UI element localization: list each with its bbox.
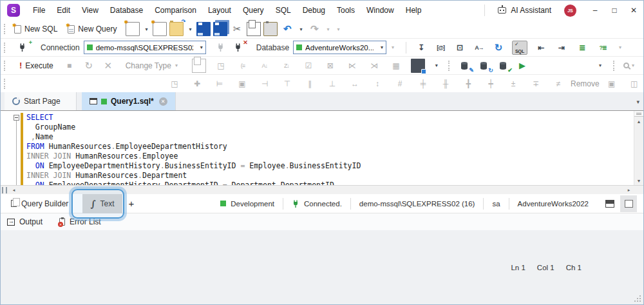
- menu-debug[interactable]: Debug: [297, 1, 331, 20]
- retrieve-data-caret[interactable]: ▾: [433, 59, 440, 73]
- scroll-right-icon[interactable]: ▸: [624, 188, 634, 193]
- open-file-caret[interactable]: ▾: [186, 22, 194, 36]
- undo-caret[interactable]: ▾: [297, 22, 305, 36]
- menu-edit[interactable]: Edit: [51, 1, 76, 20]
- scroll-up-icon[interactable]: ▲: [634, 117, 643, 126]
- user-avatar[interactable]: JS: [564, 5, 576, 17]
- tab-close-icon[interactable]: ✕: [159, 97, 167, 106]
- subquery-structure-icon[interactable]: (≡: [236, 59, 250, 73]
- align-right-icon[interactable]: ⊣: [258, 77, 272, 91]
- save-all-button[interactable]: [213, 22, 227, 36]
- navigate-rename-icon[interactable]: A→: [472, 41, 486, 55]
- tab-start-page[interactable]: Start Page: [5, 92, 77, 110]
- align-middle-icon[interactable]: ▣: [235, 77, 249, 91]
- align-bottom-icon[interactable]: ⊥: [325, 77, 339, 91]
- find-object-icon[interactable]: ⊡: [453, 41, 467, 55]
- refresh-icon[interactable]: ↻: [491, 41, 506, 55]
- paste-button[interactable]: [263, 22, 278, 36]
- clear-checks-icon[interactable]: ⊠: [323, 59, 337, 73]
- open-file-button[interactable]: [169, 22, 184, 36]
- move-to-definition-icon[interactable]: ↧: [414, 41, 428, 55]
- bind-parameters-icon[interactable]: [@]: [433, 41, 448, 55]
- scroll-down-icon[interactable]: ▼: [634, 176, 643, 185]
- menu-file[interactable]: File: [27, 1, 51, 20]
- same-height-icon[interactable]: ↕: [370, 77, 384, 91]
- cut-button[interactable]: ✂: [230, 22, 244, 36]
- format-wizard-icon[interactable]: ?≣: [596, 41, 610, 55]
- toolbar-grip[interactable]: [448, 61, 453, 71]
- change-type-caret-icon[interactable]: ▾: [175, 63, 183, 68]
- toolbar-grip[interactable]: [4, 43, 8, 53]
- menu-help[interactable]: Help: [400, 1, 428, 20]
- check-syntax-button[interactable]: ✓ SQL: [512, 41, 527, 55]
- vertical-scroll-track[interactable]: [634, 126, 643, 176]
- refresh-results-button[interactable]: ↻: [82, 59, 96, 73]
- close-button[interactable]: ✕: [624, 1, 643, 20]
- tab-query-builder[interactable]: Query Builder: [3, 194, 76, 213]
- align-top-icon[interactable]: ⊤: [280, 77, 294, 91]
- refresh-schema-button[interactable]: ↻: [477, 60, 491, 72]
- snap-grid-icon[interactable]: #: [393, 77, 407, 91]
- center-vertical-icon[interactable]: ╫: [439, 77, 453, 91]
- increase-indent-icon[interactable]: ⇥: [554, 41, 569, 55]
- reconnect-button-disabled[interactable]: [214, 42, 227, 53]
- new-connection-button[interactable]: +: [15, 42, 29, 53]
- restore-layout-icon[interactable]: ▣: [605, 77, 619, 91]
- align-left-icon[interactable]: ⊨: [213, 77, 227, 91]
- stop-button[interactable]: ■: [62, 59, 77, 73]
- resize-grip[interactable]: [639, 300, 641, 302]
- expand-objects-icon[interactable]: ◳: [167, 77, 182, 91]
- new-query-button[interactable]: New Query: [65, 23, 119, 35]
- menu-query[interactable]: Query: [237, 1, 270, 20]
- same-width-icon[interactable]: ↔: [348, 77, 362, 91]
- docked-layout-icon[interactable]: [605, 200, 614, 208]
- database-combobox[interactable]: AdventureWorks20... ▾: [293, 41, 386, 54]
- fold-collapse-icon[interactable]: [14, 115, 19, 121]
- menu-view[interactable]: View: [76, 1, 104, 20]
- remove-button[interactable]: Remove: [565, 79, 605, 88]
- connection-status-segment[interactable]: Connected.: [283, 198, 350, 210]
- space-evenly-icon[interactable]: ±: [506, 77, 520, 91]
- menu-database[interactable]: Database: [104, 1, 149, 20]
- join-left-icon[interactable]: ⋉: [345, 59, 359, 73]
- cancel-button[interactable]: ✕: [101, 59, 115, 73]
- query-profiler-button[interactable]: [621, 61, 632, 70]
- toolbar-grip[interactable]: [613, 61, 618, 71]
- redo-button[interactable]: ↷: [307, 22, 321, 36]
- grid-options-icon[interactable]: ▦: [389, 59, 403, 73]
- tab-text[interactable]: ∫ Text: [82, 194, 122, 213]
- scroll-left-icon[interactable]: ◂: [9, 188, 19, 193]
- toolbar-grip[interactable]: [4, 24, 8, 34]
- center-horizontal-icon[interactable]: ╪: [416, 77, 430, 91]
- new-document-button[interactable]: [126, 22, 140, 36]
- sort-descending-icon[interactable]: Z↓: [279, 59, 294, 73]
- new-document-caret[interactable]: ▾: [142, 22, 150, 36]
- minimize-button[interactable]: –: [585, 1, 605, 20]
- decrease-indent-icon[interactable]: ⇤: [534, 41, 548, 55]
- text-toolbar-caret[interactable]: ▾: [616, 41, 624, 55]
- join-right-icon[interactable]: ⋊: [367, 59, 381, 73]
- toolbar-grip[interactable]: [4, 61, 8, 71]
- change-type-dropdown[interactable]: Change Type: [122, 61, 175, 70]
- redo-caret[interactable]: ▾: [324, 22, 332, 36]
- vertical-scrollbar[interactable]: ▲ ▼: [634, 111, 643, 185]
- execute-button[interactable]: ! Execute: [17, 59, 56, 72]
- decrease-spacing-icon[interactable]: ≠: [551, 77, 565, 91]
- user-segment[interactable]: sa: [483, 198, 508, 210]
- save-button[interactable]: [196, 22, 211, 36]
- zoom-fit-icon[interactable]: ◳: [214, 59, 228, 73]
- center-selection-icon[interactable]: ┿: [484, 77, 498, 91]
- distribute-horizontal-icon[interactable]: ∥: [303, 77, 317, 91]
- edit-data-button[interactable]: ✎: [457, 60, 471, 72]
- center-both-icon[interactable]: ╋: [461, 77, 475, 91]
- tab-overflow-caret-icon[interactable]: ▾: [636, 99, 639, 105]
- server-segment[interactable]: demo-mssql\SQLEXPRESS02 (16): [350, 198, 484, 210]
- format-document-icon[interactable]: ≣: [575, 41, 589, 55]
- debug-caret-icon[interactable]: ▾: [599, 63, 607, 68]
- horizontal-scrollbar[interactable]: ◂ ▸: [1, 185, 643, 194]
- maximize-button[interactable]: □: [605, 1, 624, 20]
- history-caret-icon[interactable]: ▾: [392, 44, 399, 50]
- new-file-button[interactable]: [153, 22, 167, 36]
- ai-assistant-button[interactable]: AI Assistant: [491, 6, 558, 15]
- tab-error-list[interactable]: Error List: [59, 217, 101, 226]
